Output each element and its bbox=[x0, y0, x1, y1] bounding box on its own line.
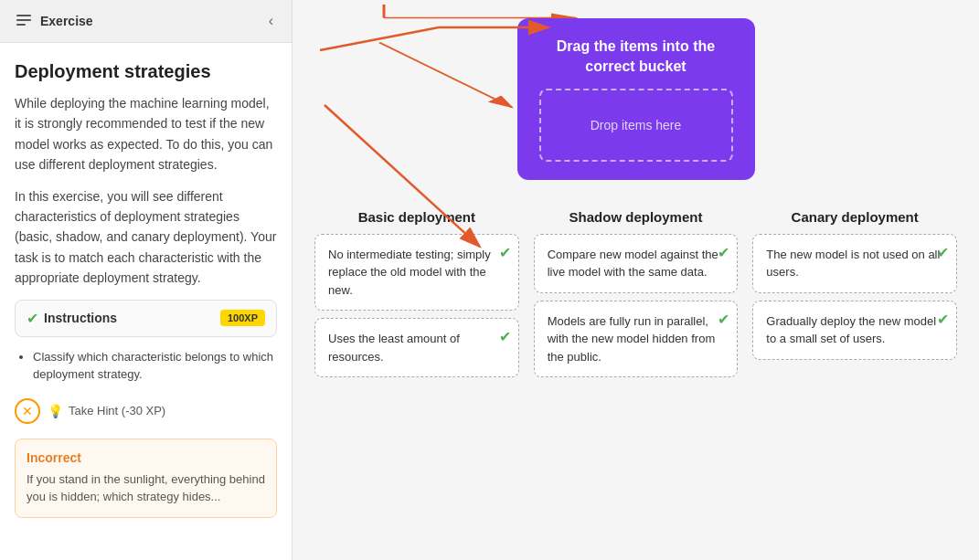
svg-rect-1 bbox=[16, 19, 31, 21]
lesson-description-2: In this exercise, you will see different… bbox=[15, 186, 277, 289]
instructions-label: Instructions bbox=[44, 311, 117, 325]
hint-button[interactable]: 💡 Take Hint (-30 XP) bbox=[48, 404, 165, 418]
bucket-basic-title: Basic deployment bbox=[314, 209, 519, 225]
bucket-shadow-item-0[interactable]: Compare new model against the live model… bbox=[534, 234, 739, 293]
incorrect-text: If you stand in the sunlight, everything… bbox=[27, 470, 265, 506]
hint-label: Take Hint (-30 XP) bbox=[69, 404, 165, 417]
bucket-basic-items: No intermediate testing; simply replace … bbox=[314, 234, 519, 378]
check-icon-3: ✔ bbox=[718, 309, 729, 331]
bucket-canary-items: The new model is not used on all users. … bbox=[752, 234, 957, 360]
instruction-box-text: Drag the items into the correct bucket bbox=[539, 37, 733, 78]
bucket-shadow-title: Shadow deployment bbox=[534, 209, 739, 225]
check-icon-4: ✔ bbox=[937, 242, 949, 264]
lesson-title: Deployment strategies bbox=[15, 61, 277, 82]
drop-zone[interactable]: Drop items here bbox=[539, 89, 733, 162]
check-icon-5: ✔ bbox=[937, 309, 949, 331]
bucket-basic-item-0-text: No intermediate testing; simply replace … bbox=[328, 248, 491, 297]
bucket-canary-title: Canary deployment bbox=[752, 209, 957, 225]
hint-row: ✕ 💡 Take Hint (-30 XP) bbox=[15, 398, 277, 424]
svg-rect-2 bbox=[16, 24, 26, 26]
check-icon-1: ✔ bbox=[499, 326, 511, 348]
buckets-row: Basic deployment No intermediate testing… bbox=[314, 209, 957, 378]
close-button[interactable]: ✕ bbox=[15, 398, 40, 424]
sidebar-title: Exercise bbox=[40, 14, 93, 28]
svg-rect-0 bbox=[16, 15, 31, 16]
bucket-shadow-items: Compare new model against the live model… bbox=[534, 234, 739, 378]
instruction-box: Drag the items into the correct bucket D… bbox=[517, 18, 755, 180]
incorrect-title: Incorrect bbox=[27, 450, 265, 465]
xp-badge: 100XP bbox=[220, 310, 265, 326]
instructions-left: ✔ Instructions bbox=[27, 310, 117, 327]
instructions-check-icon: ✔ bbox=[27, 310, 38, 327]
incorrect-section: Incorrect If you stand in the sunlight, … bbox=[15, 438, 277, 518]
check-icon-2: ✔ bbox=[718, 242, 729, 264]
sidebar-collapse-button[interactable]: ‹ bbox=[265, 9, 277, 33]
main-content: Drag the items into the correct bucket D… bbox=[293, 0, 979, 560]
instruction-item: Classify which characteristic belongs to… bbox=[33, 348, 277, 384]
sidebar-content: Deployment strategies While deploying th… bbox=[0, 43, 292, 560]
bucket-shadow-item-0-text: Compare new model against the live model… bbox=[548, 248, 718, 280]
hint-icon: 💡 bbox=[48, 404, 63, 418]
bucket-canary: Canary deployment The new model is not u… bbox=[752, 209, 957, 378]
instructions-list: Classify which characteristic belongs to… bbox=[15, 348, 277, 384]
bucket-basic-item-1-text: Uses the least amount of resources. bbox=[328, 332, 460, 364]
bucket-basic-item-1[interactable]: Uses the least amount of resources. ✔ bbox=[314, 318, 519, 377]
instructions-bar: ✔ Instructions 100XP bbox=[15, 300, 277, 337]
bucket-shadow-item-1-text: Models are fully run in parallel, with t… bbox=[548, 314, 716, 364]
sidebar-header: Exercise ‹ bbox=[0, 0, 292, 43]
bucket-basic: Basic deployment No intermediate testing… bbox=[314, 209, 519, 378]
bucket-canary-item-1-text: Gradually deploy the new model to a smal… bbox=[766, 314, 936, 346]
bucket-canary-item-0-text: The new model is not used on all users. bbox=[766, 248, 940, 280]
bucket-basic-item-0[interactable]: No intermediate testing; simply replace … bbox=[314, 234, 519, 312]
lesson-description-1: While deploying the machine learning mod… bbox=[15, 93, 277, 175]
bucket-shadow-item-1[interactable]: Models are fully run in parallel, with t… bbox=[534, 301, 739, 378]
bucket-canary-item-1[interactable]: Gradually deploy the new model to a smal… bbox=[752, 301, 957, 360]
sidebar: Exercise ‹ Deployment strategies While d… bbox=[0, 0, 293, 560]
exercise-icon bbox=[15, 12, 33, 30]
bucket-canary-item-0[interactable]: The new model is not used on all users. … bbox=[752, 234, 957, 293]
bucket-shadow: Shadow deployment Compare new model agai… bbox=[534, 209, 739, 378]
drop-zone-label: Drop items here bbox=[591, 118, 682, 132]
check-icon-0: ✔ bbox=[499, 242, 511, 264]
sidebar-header-left: Exercise bbox=[15, 12, 93, 30]
